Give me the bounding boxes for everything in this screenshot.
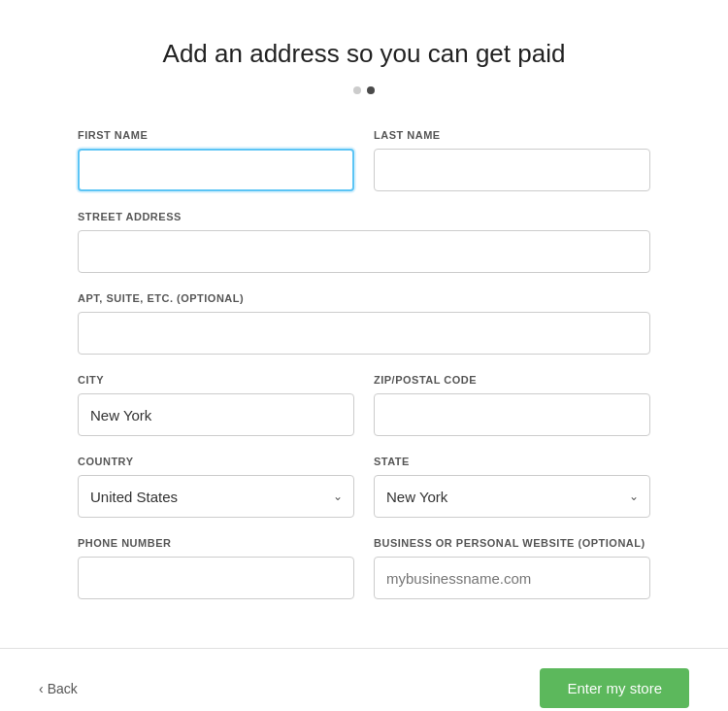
website-input[interactable] [374,557,650,599]
back-chevron-icon: ‹ [39,681,44,696]
country-label: COUNTRY [78,456,354,467]
zip-code-input[interactable] [374,393,650,436]
last-name-input[interactable] [374,149,650,191]
back-button[interactable]: ‹ Back [39,681,78,696]
city-input[interactable] [78,393,354,436]
website-group: BUSINESS OR PERSONAL WEBSITE (OPTIONAL) [374,537,650,599]
state-select-wrapper: New York California Texas ⌄ [374,475,650,518]
step-indicators [78,86,650,94]
main-content: Add an address so you can get paid FIRST… [0,0,728,648]
back-label: Back [48,681,78,696]
apt-suite-group: APT, SUITE, ETC. (OPTIONAL) [78,292,650,355]
phone-input[interactable] [78,557,354,599]
phone-group: PHONE NUMBER [78,537,354,599]
street-address-row: STREET ADDRESS [78,211,650,273]
zip-code-group: ZIP/POSTAL CODE [374,374,650,436]
page-title: Add an address so you can get paid [78,39,650,69]
street-address-input[interactable] [78,230,650,273]
state-select[interactable]: New York California Texas [374,475,650,518]
city-zip-row: CITY ZIP/POSTAL CODE [78,374,650,436]
country-group: COUNTRY United States Canada United King… [78,456,354,518]
city-label: CITY [78,374,354,386]
city-group: CITY [78,374,354,436]
country-select[interactable]: United States Canada United Kingdom [78,475,354,518]
footer-bar: ‹ Back Enter my store [0,648,728,711]
step-dot-2 [367,86,375,94]
apt-suite-row: APT, SUITE, ETC. (OPTIONAL) [78,292,650,355]
apt-suite-input[interactable] [78,312,650,355]
zip-code-label: ZIP/POSTAL CODE [374,374,650,386]
name-row: FIRST NAME LAST NAME [78,129,650,191]
country-state-row: COUNTRY United States Canada United King… [78,456,650,518]
first-name-input[interactable] [78,149,354,191]
street-address-label: STREET ADDRESS [78,211,650,222]
enter-store-button[interactable]: Enter my store [540,668,689,708]
phone-website-row: PHONE NUMBER BUSINESS OR PERSONAL WEBSIT… [78,537,650,599]
state-group: STATE New York California Texas ⌄ [374,456,650,518]
street-address-group: STREET ADDRESS [78,211,650,273]
state-label: STATE [374,456,650,467]
apt-suite-label: APT, SUITE, ETC. (OPTIONAL) [78,292,650,304]
country-select-wrapper: United States Canada United Kingdom ⌄ [78,475,354,518]
first-name-label: FIRST NAME [78,129,354,141]
last-name-group: LAST NAME [374,129,650,191]
step-dot-1 [353,86,361,94]
last-name-label: LAST NAME [374,129,650,141]
page-container: Add an address so you can get paid FIRST… [0,0,728,711]
phone-label: PHONE NUMBER [78,537,354,549]
website-label: BUSINESS OR PERSONAL WEBSITE (OPTIONAL) [374,537,650,549]
first-name-group: FIRST NAME [78,129,354,191]
